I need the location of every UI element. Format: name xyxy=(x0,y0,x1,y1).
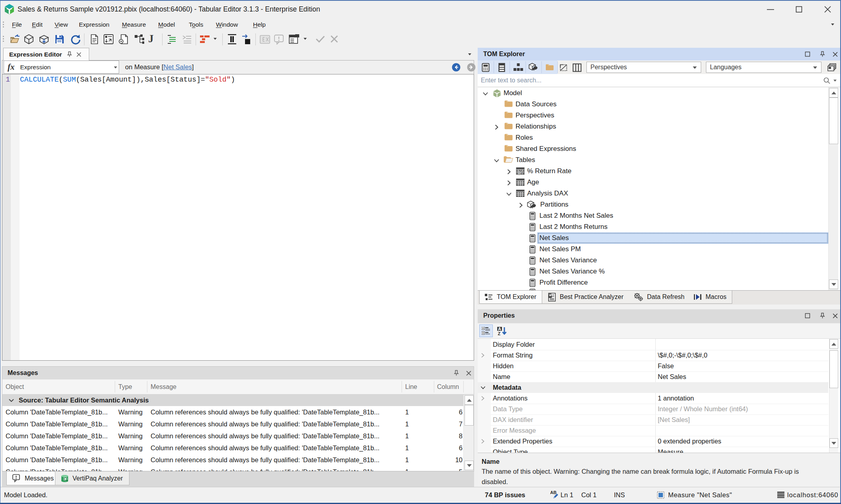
svg-text:Z: Z xyxy=(498,331,501,336)
svg-text:fx: fx xyxy=(519,169,523,175)
svg-text:A: A xyxy=(498,326,501,331)
